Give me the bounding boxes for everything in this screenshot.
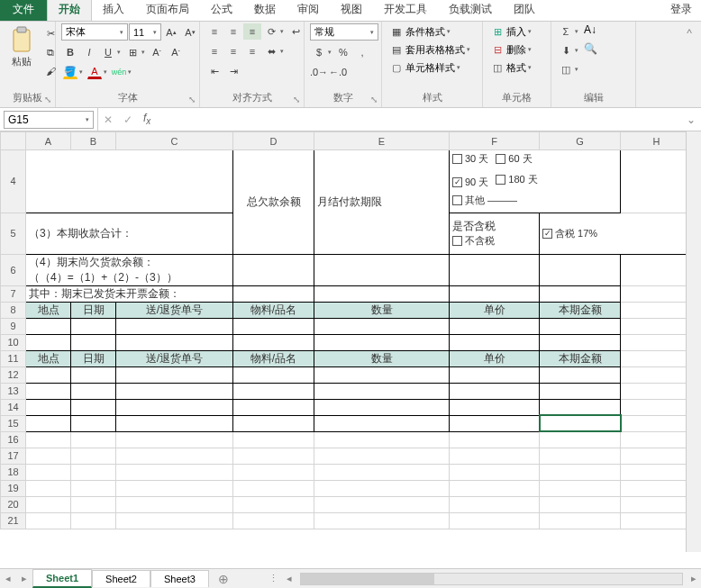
column-header-E[interactable]: E [314, 132, 450, 150]
row-header-11[interactable]: 11 [1, 350, 26, 366]
align-bottom[interactable]: ≡ [243, 23, 261, 40]
underline-button[interactable]: U▾ [99, 44, 123, 60]
row-header-4[interactable]: 4 [1, 150, 26, 213]
collapse-ribbon-button[interactable]: ^ [681, 25, 697, 41]
row-header-17[interactable]: 17 [1, 448, 26, 464]
tab-formulas[interactable]: 公式 [200, 0, 243, 21]
checkbox[interactable] [452, 154, 462, 164]
sheet-nav-next[interactable]: ▸ [16, 573, 32, 584]
hscroll-thumb[interactable] [301, 574, 434, 584]
row-header-7[interactable]: 7 [1, 285, 26, 302]
hscroll-right[interactable]: ▸ [687, 573, 701, 584]
login-link[interactable]: 登录 [661, 0, 701, 21]
checkbox[interactable] [452, 236, 462, 246]
decrease-decimal[interactable]: ←.0 [329, 64, 347, 80]
row-header-20[interactable]: 20 [1, 496, 26, 512]
cell-style-button[interactable]: ▢单元格样式▾ [387, 59, 462, 76]
tab-developer[interactable]: 开发工具 [373, 0, 438, 21]
conditional-format-button[interactable]: ▦条件格式▾ [387, 23, 452, 40]
increase-indent[interactable]: ⇥ [224, 63, 242, 79]
increase-decimal[interactable]: .0→ [310, 64, 328, 80]
column-header-B[interactable]: B [71, 132, 116, 150]
number-launcher[interactable]: ⤡ [370, 95, 378, 104]
delete-cells-button[interactable]: ⊟删除▾ [488, 41, 533, 58]
format-cells-button[interactable]: ◫格式▾ [488, 59, 533, 76]
column-header-F[interactable]: F [450, 132, 540, 150]
table-format-button[interactable]: ▤套用表格格式▾ [387, 41, 472, 58]
font-size-select[interactable]: 11▾ [129, 23, 161, 41]
checkbox[interactable] [496, 154, 505, 164]
name-box[interactable]: G15▾ [4, 111, 94, 129]
cancel-formula-button[interactable]: ✕ [98, 113, 118, 126]
checkbox[interactable]: ✓ [452, 177, 462, 187]
bold-button[interactable]: B [61, 44, 79, 60]
tab-file[interactable]: 文件 [0, 0, 47, 21]
expand-formula-bar[interactable]: ⌄ [681, 113, 701, 126]
fill-button[interactable]: ⬇▾ [557, 42, 580, 59]
tab-home[interactable]: 开始 [47, 0, 92, 21]
vertical-scrollbar[interactable] [686, 131, 701, 552]
find-select-button[interactable]: 🔍 [584, 42, 600, 59]
row-header-14[interactable]: 14 [1, 399, 26, 415]
checkbox[interactable] [496, 175, 505, 185]
font-color-button[interactable]: A▾ [86, 64, 109, 80]
row-header-21[interactable]: 21 [1, 512, 26, 529]
checkbox[interactable] [452, 195, 462, 205]
fill-color-button[interactable]: 🪣▾ [61, 64, 85, 80]
sheet-tab-2[interactable]: Sheet2 [92, 570, 150, 587]
font-name-select[interactable]: 宋体▾ [61, 23, 128, 41]
paste-button[interactable]: 粘贴 [5, 23, 38, 70]
confirm-formula-button[interactable]: ✓ [118, 113, 138, 126]
sheet-tab-1[interactable]: Sheet1 [32, 569, 92, 588]
align-right[interactable]: ≡ [243, 43, 261, 59]
active-cell[interactable] [540, 415, 621, 431]
font-launcher[interactable]: ⤡ [188, 95, 196, 104]
align-top[interactable]: ≡ [205, 23, 223, 40]
row-header-6[interactable]: 6 [1, 254, 26, 285]
horizontal-scrollbar[interactable] [300, 573, 683, 585]
row-header-9[interactable]: 9 [1, 318, 26, 334]
decrease-font-button[interactable]: A▾ [181, 23, 199, 41]
orientation-button[interactable]: ⟳▾ [262, 23, 286, 40]
row-header-15[interactable]: 15 [1, 415, 26, 431]
sort-filter-button[interactable]: A↓ [584, 23, 600, 40]
tab-insert[interactable]: 插入 [92, 0, 135, 21]
row-header-19[interactable]: 19 [1, 480, 26, 496]
align-left[interactable]: ≡ [205, 43, 223, 59]
font-decrease-a[interactable]: Aˇ [167, 44, 185, 60]
merge-button[interactable]: ⬌▾ [262, 43, 286, 59]
italic-button[interactable]: I [80, 44, 98, 60]
row-header-16[interactable]: 16 [1, 431, 26, 448]
align-middle[interactable]: ≡ [224, 23, 242, 40]
comma-button[interactable]: , [353, 44, 371, 60]
decrease-indent[interactable]: ⇤ [205, 63, 223, 79]
sheet-nav-prev[interactable]: ◂ [0, 573, 16, 584]
phonetic-button[interactable]: wén▾ [110, 64, 133, 80]
row-header-12[interactable]: 12 [1, 366, 26, 383]
hscroll-left[interactable]: ◂ [282, 573, 296, 584]
align-launcher[interactable]: ⤡ [293, 95, 300, 104]
column-header-C[interactable]: C [116, 132, 233, 150]
formula-input[interactable] [156, 112, 681, 128]
tab-review[interactable]: 审阅 [287, 0, 330, 21]
autosum-button[interactable]: Σ▾ [557, 23, 580, 40]
column-header-H[interactable]: H [621, 132, 693, 150]
tab-view[interactable]: 视图 [330, 0, 373, 21]
tab-pagelayout[interactable]: 页面布局 [135, 0, 200, 21]
row-header-18[interactable]: 18 [1, 464, 26, 480]
fx-icon[interactable]: fx [138, 112, 156, 126]
increase-font-button[interactable]: A▴ [162, 23, 180, 41]
select-all-corner[interactable] [1, 132, 26, 150]
font-increase-a[interactable]: Aˇ [148, 44, 166, 60]
row-header-13[interactable]: 13 [1, 383, 26, 399]
tab-data[interactable]: 数据 [243, 0, 287, 21]
row-header-10[interactable]: 10 [1, 334, 26, 350]
insert-cells-button[interactable]: ⊞插入▾ [488, 23, 533, 40]
column-header-A[interactable]: A [26, 132, 71, 150]
wrap-text-button[interactable]: ↩ [287, 23, 305, 40]
currency-button[interactable]: $▾ [310, 44, 333, 60]
row-header-5[interactable]: 5 [1, 213, 26, 254]
add-sheet-button[interactable]: ⊕ [209, 572, 238, 586]
clipboard-launcher[interactable]: ⤡ [44, 95, 51, 104]
column-header-G[interactable]: G [540, 132, 621, 150]
